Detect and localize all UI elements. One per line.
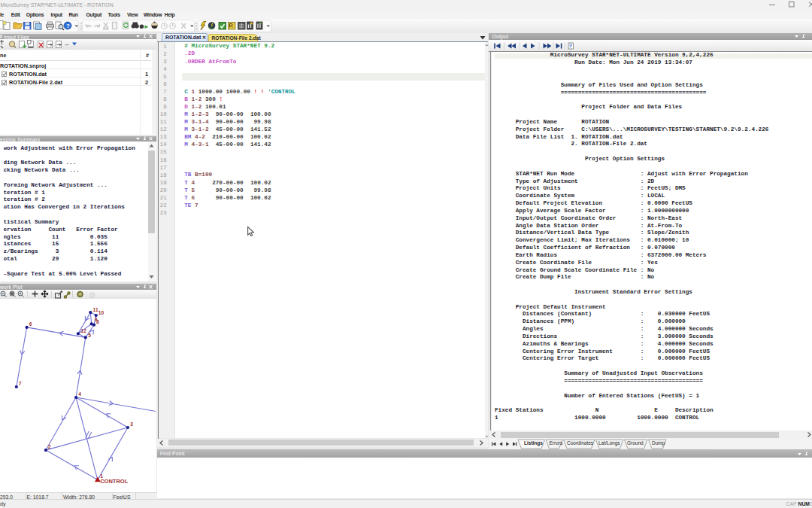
svg-text:6: 6: [29, 321, 32, 327]
svg-text:11: 11: [93, 307, 98, 312]
svg-text:3: 3: [130, 421, 133, 427]
svg-text:4: 4: [78, 391, 81, 397]
svg-text:CONTROL: CONTROL: [100, 478, 128, 485]
svg-text:?: ?: [66, 23, 70, 29]
svg-text:7: 7: [19, 381, 22, 386]
svg-text:8: 8: [96, 319, 99, 324]
svg-text:12: 12: [81, 328, 87, 333]
svg-text:2: 2: [48, 444, 51, 449]
svg-text:10: 10: [98, 310, 105, 315]
svg-text:5: 5: [88, 333, 91, 338]
